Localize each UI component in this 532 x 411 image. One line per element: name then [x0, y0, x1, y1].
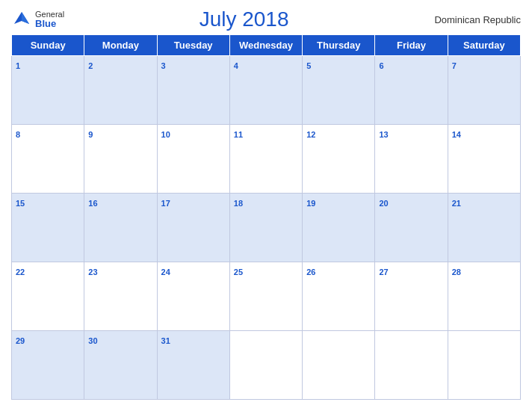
- calendar-table: Sunday Monday Tuesday Wednesday Thursday…: [11, 34, 521, 400]
- calendar-cell: 6: [375, 56, 448, 125]
- calendar-week-row: 293031: [12, 331, 521, 400]
- calendar-cell: 1: [12, 56, 84, 125]
- day-number: 24: [161, 268, 170, 276]
- calendar-cell: 20: [375, 194, 448, 262]
- day-number: 25: [234, 268, 243, 276]
- calendar-cell: 28: [448, 262, 520, 331]
- day-number: 29: [16, 336, 25, 345]
- calendar-cell: 8: [12, 125, 84, 194]
- calendar-title: July 2018: [64, 7, 424, 31]
- day-number: 26: [306, 268, 315, 276]
- calendar-cell: 26: [303, 262, 375, 331]
- day-number: 4: [234, 61, 238, 70]
- calendar-cell: [303, 331, 375, 400]
- header-friday: Friday: [375, 35, 448, 56]
- calendar-cell: 4: [229, 56, 302, 125]
- calendar-cell: 7: [448, 56, 520, 125]
- day-number: 2: [88, 61, 93, 70]
- calendar-cell: 16: [84, 194, 157, 262]
- logo-text: General Blue: [35, 10, 64, 28]
- day-number: 19: [306, 199, 315, 208]
- day-number: 9: [88, 130, 93, 139]
- day-number: 14: [452, 130, 461, 139]
- calendar-cell: [448, 331, 520, 400]
- day-number: 8: [16, 130, 20, 139]
- day-number: 16: [88, 199, 97, 208]
- calendar-cell: 5: [303, 56, 375, 125]
- calendar-cell: 17: [157, 194, 229, 262]
- calendar-cell: 3: [157, 56, 229, 125]
- day-number: 1: [16, 61, 20, 70]
- day-number: 11: [234, 130, 243, 139]
- calendar-cell: 23: [84, 262, 157, 331]
- calendar-cell: 11: [229, 125, 302, 194]
- header-sunday: Sunday: [12, 35, 84, 56]
- day-number: 30: [88, 336, 97, 345]
- day-number: 5: [306, 61, 311, 70]
- header-tuesday: Tuesday: [157, 35, 229, 56]
- day-number: 28: [452, 268, 461, 276]
- calendar-cell: 15: [12, 194, 84, 262]
- calendar-week-row: 15161718192021: [12, 194, 521, 262]
- calendar-cell: [375, 331, 448, 400]
- calendar-week-row: 1234567: [12, 56, 521, 125]
- logo-blue-label: Blue: [35, 19, 64, 28]
- day-number: 21: [452, 199, 461, 208]
- calendar-cell: 21: [448, 194, 520, 262]
- calendar-cell: 12: [303, 125, 375, 194]
- calendar-cell: 10: [157, 125, 229, 194]
- day-number: 27: [379, 268, 388, 276]
- day-number: 3: [161, 61, 166, 70]
- calendar-cell: 25: [229, 262, 302, 331]
- calendar-cell: 13: [375, 125, 448, 194]
- calendar-week-row: 891011121314: [12, 125, 521, 194]
- day-number: 18: [234, 199, 243, 208]
- calendar-cell: 30: [84, 331, 157, 400]
- logo-bird-icon: [11, 9, 32, 30]
- header-thursday: Thursday: [303, 35, 375, 56]
- calendar-cell: 2: [84, 56, 157, 125]
- day-number: 6: [379, 61, 383, 70]
- day-number: 17: [161, 199, 170, 208]
- day-number: 31: [161, 336, 170, 345]
- calendar-cell: 22: [12, 262, 84, 331]
- weekday-header-row: Sunday Monday Tuesday Wednesday Thursday…: [12, 35, 521, 56]
- svg-marker-1: [22, 12, 29, 24]
- header-monday: Monday: [84, 35, 157, 56]
- day-number: 12: [306, 130, 315, 139]
- calendar-cell: 18: [229, 194, 302, 262]
- calendar-week-row: 22232425262728: [12, 262, 521, 331]
- country-label: Dominican Republic: [424, 14, 521, 25]
- top-bar: General Blue July 2018 Dominican Republi…: [11, 7, 521, 31]
- calendar-cell: 29: [12, 331, 84, 400]
- header-wednesday: Wednesday: [229, 35, 302, 56]
- calendar-cell: [229, 331, 302, 400]
- day-number: 23: [88, 268, 97, 276]
- calendar-cell: 31: [157, 331, 229, 400]
- header-saturday: Saturday: [448, 35, 520, 56]
- day-number: 7: [452, 61, 457, 70]
- calendar-cell: 27: [375, 262, 448, 331]
- day-number: 13: [379, 130, 388, 139]
- calendar-cell: 9: [84, 125, 157, 194]
- calendar-cell: 19: [303, 194, 375, 262]
- day-number: 10: [161, 130, 170, 139]
- day-number: 15: [16, 199, 25, 208]
- day-number: 22: [16, 268, 25, 276]
- calendar-cell: 14: [448, 125, 520, 194]
- calendar-cell: 24: [157, 262, 229, 331]
- logo: General Blue: [11, 9, 64, 30]
- day-number: 20: [379, 199, 388, 208]
